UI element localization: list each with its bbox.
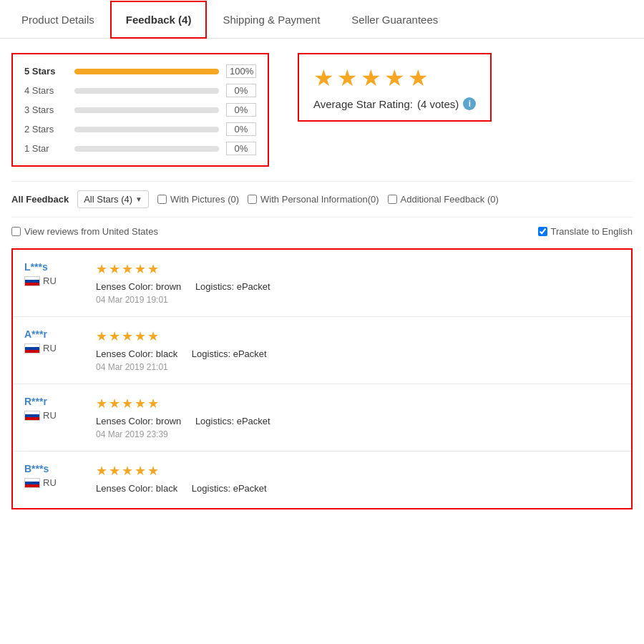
country-code: RU [43,275,57,286]
reviewer-info: L***s RU [24,261,82,286]
reviewer-info: B***s RU [24,463,82,488]
view-reviews-check[interactable]: View reviews from United States [11,226,158,237]
review-body: ★★★★★ Lenses Color: brown Logistics: ePa… [96,396,620,439]
big-star-icon: ★ [361,64,381,92]
review-stars: ★★★★★ [96,328,620,344]
reviewer-name: A***r [24,328,82,340]
review-body: ★★★★★ Lenses Color: black Logistics: ePa… [96,463,620,497]
color-key: Lenses Color: [96,483,153,494]
review-item: A***r RU ★★★★★ Lenses Color: black Logis… [13,317,631,384]
main-content: 5 Stars 100% 4 Stars 0% 3 Stars 0% 2 Sta… [0,39,644,524]
tab-product-details[interactable]: Product Details [6,1,110,39]
tab-shipping[interactable]: Shipping & Payment [207,1,336,39]
reviewer-info: A***r RU [24,328,82,353]
review-stars: ★★★★★ [96,396,620,411]
review-details: Lenses Color: black Logistics: ePacket [96,483,620,494]
flag-icon [24,276,40,286]
filter-row2: View reviews from United States Translat… [11,226,633,237]
logistics-key: Logistics: [192,348,230,359]
tab-bar: Product Details Feedback (4) Shipping & … [0,0,644,39]
review-item: R***r RU ★★★★★ Lenses Color: brown Logis… [13,384,631,452]
review-body: ★★★★★ Lenses Color: black Logistics: ePa… [96,328,620,372]
view-reviews-label: View reviews from United States [24,226,158,237]
star-label: 2 Stars [24,124,67,135]
tab-seller[interactable]: Seller Guarantees [336,1,454,39]
with-pictures-check[interactable]: With Pictures (0) [157,194,239,205]
review-star-icon: ★ [122,261,133,277]
flag-icon [24,478,40,488]
review-star-icon: ★ [147,463,159,479]
country-code: RU [43,477,57,488]
big-star-icon: ★ [408,64,429,92]
review-star-icon: ★ [135,261,146,277]
review-details: Lenses Color: black Logistics: ePacket [96,348,620,359]
review-star-icon: ★ [109,261,120,277]
reviewer-name: R***r [24,396,82,407]
all-feedback-label: All Feedback [11,194,69,205]
review-body: ★★★★★ Lenses Color: brown Logistics: ePa… [96,261,620,305]
country-code: RU [43,343,57,353]
big-star-icon: ★ [337,64,358,92]
color-val: black [156,348,177,359]
review-date: 04 Mar 2019 23:39 [96,429,620,439]
additional-feedback-check[interactable]: Additional Feedback (0) [388,194,499,205]
review-star-icon: ★ [135,396,146,411]
avg-votes: (4 votes) [417,98,459,110]
progress-bar-bg [74,107,219,113]
with-personal-checkbox[interactable] [248,195,257,204]
logistics-key: Logistics: [195,281,234,292]
filter-bar: All Feedback All Stars (4) ▼ With Pictur… [11,181,633,218]
all-stars-label: All Stars (4) [84,194,132,205]
tab-feedback[interactable]: Feedback (4) [110,1,208,39]
additional-feedback-label: Additional Feedback (0) [401,194,499,205]
progress-bar-bg [74,146,219,152]
logistics-key: Logistics: [195,416,234,426]
stars-breakdown: 5 Stars 100% 4 Stars 0% 3 Stars 0% 2 Sta… [11,53,269,167]
review-star-icon: ★ [96,261,107,277]
with-personal-check[interactable]: With Personal Information(0) [248,194,379,205]
star-row: 3 Stars 0% [24,103,256,117]
star-label: 3 Stars [24,104,67,115]
with-pictures-checkbox[interactable] [157,195,167,204]
reviewer-name: B***s [24,463,82,474]
review-details: Lenses Color: brown Logistics: ePacket [96,416,620,426]
with-pictures-label: With Pictures (0) [170,194,239,205]
star-pct: 0% [226,103,256,117]
color-val: black [156,483,177,494]
translate-checkbox[interactable] [538,227,547,236]
star-label: 1 Star [24,143,67,154]
logistics-val: ePacket [233,483,267,494]
review-stars: ★★★★★ [96,463,620,479]
progress-bar-bg [74,127,219,132]
review-stars: ★★★★★ [96,261,620,277]
big-star-icon: ★ [313,64,334,92]
review-star-icon: ★ [109,328,120,344]
review-star-icon: ★ [135,463,146,479]
filter-row2-right: Translate to English [538,226,633,237]
view-reviews-checkbox[interactable] [11,227,21,236]
review-header: R***r RU ★★★★★ Lenses Color: brown Logis… [24,396,620,439]
star-label: 5 Stars [24,66,67,77]
star-row: 2 Stars 0% [24,122,256,136]
reviewer-country: RU [24,410,82,421]
review-header: B***s RU ★★★★★ Lenses Color: black Logis… [24,463,620,497]
star-pct: 0% [226,122,256,136]
review-star-icon: ★ [147,261,159,277]
reviewer-country: RU [24,275,82,286]
logistics-val: ePacket [233,348,267,359]
logistics-val: ePacket [237,416,270,426]
star-pct: 0% [226,84,256,97]
star-label: 4 Stars [24,85,67,96]
color-val: brown [156,281,181,292]
review-header: A***r RU ★★★★★ Lenses Color: black Logis… [24,328,620,372]
country-code: RU [43,410,57,421]
additional-feedback-checkbox[interactable] [388,195,397,204]
translate-check[interactable]: Translate to English [538,226,633,237]
review-star-icon: ★ [96,463,107,479]
info-icon[interactable]: i [463,97,476,110]
all-stars-dropdown[interactable]: All Stars (4) ▼ [77,190,149,208]
review-item: B***s RU ★★★★★ Lenses Color: black Logis… [13,452,631,508]
flag-icon [24,343,40,353]
average-rating-text: Average Star Rating: (4 votes) i [313,97,476,110]
review-date: 04 Mar 2019 19:01 [96,295,620,305]
